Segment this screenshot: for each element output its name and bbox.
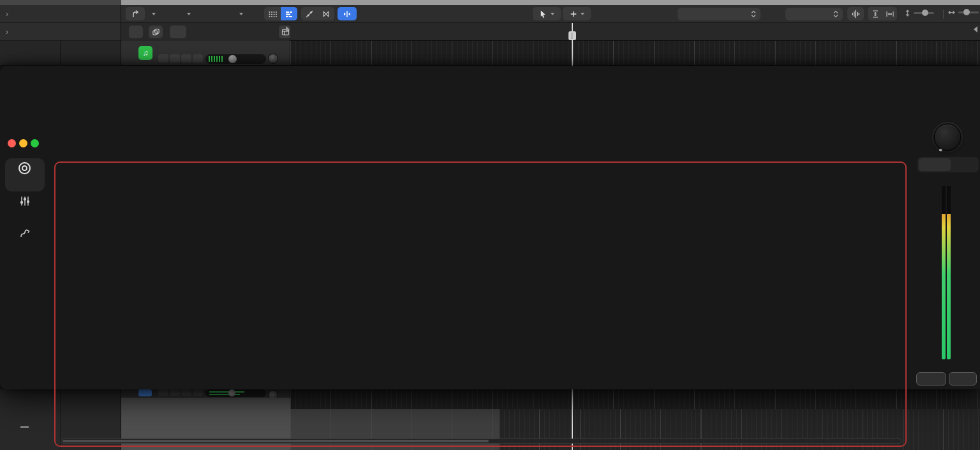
scrollbar-thumb[interactable] (63, 440, 489, 442)
ruler-right-arrow-icon[interactable] (974, 26, 977, 33)
focusrite-control-window (0, 66, 980, 389)
record-enable-button[interactable] (181, 54, 191, 63)
horizontal-scrollbar[interactable] (61, 439, 902, 444)
track-level-meter (209, 56, 223, 62)
automation-curve-button[interactable] (301, 7, 318, 20)
waveform-zoom-button[interactable] (847, 7, 864, 20)
pointer-tool-dropdown[interactable] (533, 7, 561, 20)
pan-knob[interactable] (268, 54, 278, 64)
arrange-toolbar (121, 5, 980, 23)
close-button[interactable] (8, 139, 16, 147)
region-inspector-row[interactable]: › (0, 5, 121, 23)
solo-button[interactable] (170, 54, 180, 63)
editor-view-segmented-control (264, 7, 297, 20)
drag-dropdown[interactable] (785, 8, 843, 20)
output-meter-right (947, 186, 951, 359)
track-header[interactable]: ♫ (121, 41, 290, 66)
mixer-icon (19, 195, 31, 207)
inputs-icon (19, 162, 31, 174)
track-header-toolbar (121, 23, 290, 41)
zoom-buttons (868, 7, 897, 20)
sidebar-item-mixer[interactable] (0, 193, 50, 218)
horizontal-zoom-slider[interactable] (948, 10, 979, 15)
mute-button[interactable] (916, 372, 946, 386)
functions-menu[interactable] (184, 8, 191, 20)
snap-dropdown[interactable] (678, 8, 761, 20)
list-view-button[interactable] (281, 7, 297, 20)
disclosure-chevron-icon[interactable]: › (6, 10, 8, 19)
bar-ruler[interactable] (290, 23, 980, 41)
disclosure-chevron-icon[interactable]: › (6, 27, 8, 36)
track-lane[interactable] (290, 41, 980, 66)
nav-back-button[interactable] (126, 7, 145, 20)
playhead[interactable] (572, 23, 573, 66)
track-inspector-row[interactable]: › (0, 23, 121, 41)
automation-fade-segmented-control (301, 7, 334, 20)
edit-menu[interactable] (149, 8, 156, 20)
add-track-button[interactable] (129, 26, 143, 38)
inspector-channel-strips (0, 41, 121, 66)
slider-thumb[interactable] (922, 10, 928, 16)
presets-icon (20, 426, 29, 428)
routing-icon (19, 227, 31, 239)
minimize-button[interactable] (19, 139, 27, 147)
menubar-strip-left (0, 0, 121, 5)
view-menu[interactable] (236, 8, 243, 20)
outputs-panel (916, 66, 980, 389)
split-at-playhead-button[interactable] (338, 7, 357, 20)
dim-button[interactable] (949, 372, 977, 386)
playhead-handle[interactable] (568, 31, 576, 40)
track-header-config-button[interactable] (279, 26, 292, 38)
slider-thumb[interactable] (963, 9, 970, 15)
sidebar-item-routing[interactable] (0, 225, 50, 250)
sidebar-item-inputs[interactable] (5, 158, 45, 191)
solo-mode-button[interactable] (170, 26, 186, 38)
menubar-strip (121, 0, 980, 5)
grid-view-button[interactable] (264, 7, 281, 20)
output-meter-left (942, 186, 946, 359)
vertical-zoom-button[interactable] (868, 7, 882, 20)
crossfade-button[interactable] (318, 7, 334, 20)
duplicate-track-button[interactable] (149, 26, 163, 38)
mute-button[interactable] (158, 54, 168, 63)
ruler-left-arrow-icon[interactable] (286, 26, 290, 33)
horizontal-zoom-button[interactable] (882, 7, 897, 20)
track-icon[interactable]: ♫ (138, 46, 152, 60)
inputs-panel (54, 161, 907, 447)
screen: › › (0, 0, 980, 450)
volume-knob[interactable] (228, 55, 237, 63)
secondary-tool-dropdown[interactable] (563, 7, 591, 20)
fullscreen-button[interactable] (31, 139, 39, 147)
input-monitor-button[interactable] (193, 54, 203, 63)
vertical-zoom-slider[interactable] (905, 10, 934, 17)
volume-control[interactable] (205, 54, 266, 64)
